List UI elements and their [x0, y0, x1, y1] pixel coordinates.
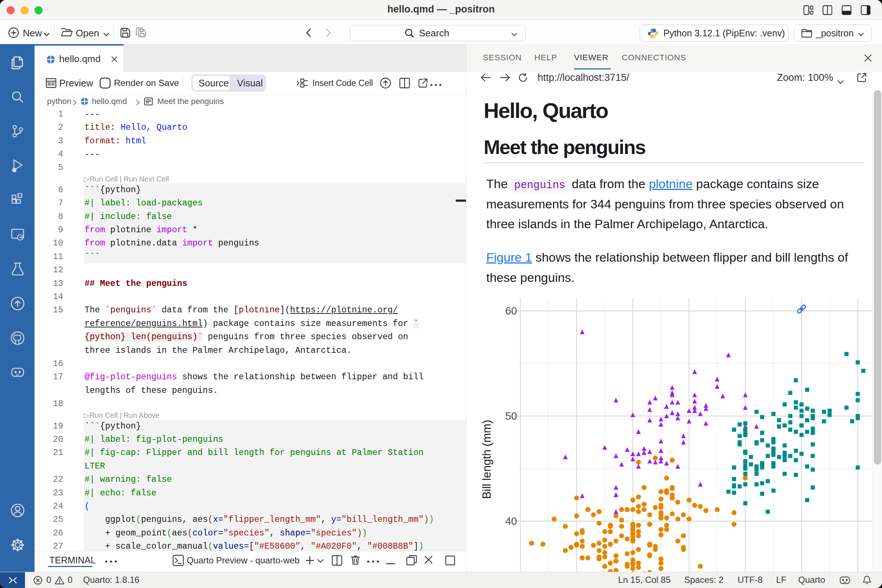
svg-text:40: 40 — [506, 515, 517, 527]
svg-text:60: 60 — [506, 305, 517, 317]
svg-text:Bill length (mm): Bill length (mm) — [480, 420, 493, 499]
svg-text:50: 50 — [506, 410, 517, 422]
